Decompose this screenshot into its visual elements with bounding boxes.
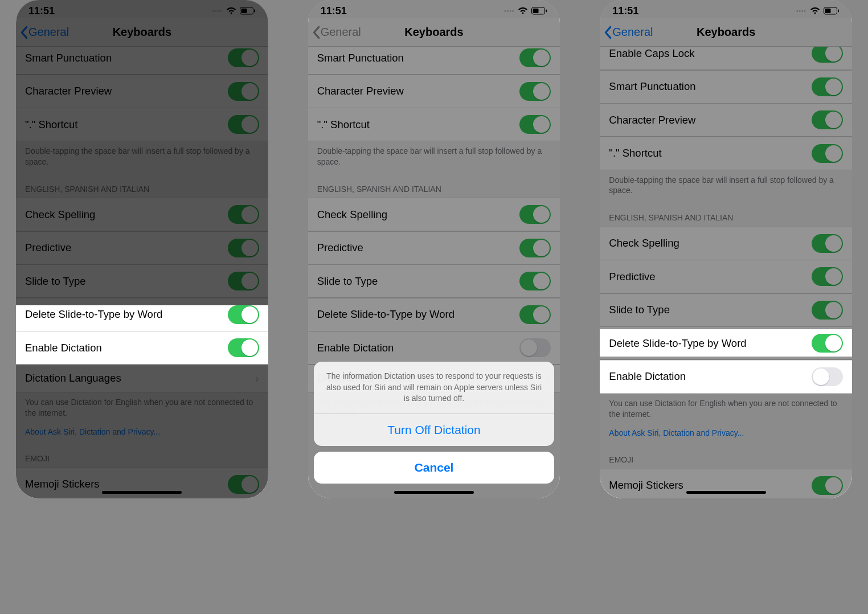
- svg-rect-1: [241, 9, 247, 13]
- privacy-link[interactable]: About Ask Siri, Dictation and Privacy...: [16, 427, 268, 445]
- settings-content[interactable]: Smart Punctuation Character Preview "." …: [16, 47, 268, 498]
- row-smart-punctuation: Smart Punctuation: [16, 47, 268, 75]
- toggle-period-shortcut[interactable]: [812, 144, 843, 163]
- row-check-spelling: Check Spelling: [600, 227, 852, 260]
- cellular-dots-icon: ••••: [504, 8, 514, 14]
- row-label: "." Shortcut: [25, 118, 77, 131]
- toggle-check-spelling[interactable]: [519, 205, 551, 224]
- back-button[interactable]: General: [16, 26, 69, 39]
- home-indicator[interactable]: [102, 491, 182, 494]
- nav-bar: General Keyboards: [16, 18, 268, 47]
- toggle-predictive[interactable]: [519, 239, 551, 257]
- row-label: Memoji Stickers: [609, 479, 683, 492]
- status-icons: ••••: [796, 7, 840, 15]
- nav-bar: General Keyboards: [308, 18, 560, 47]
- footer-shortcut: Double-tapping the space bar will insert…: [16, 141, 268, 175]
- row-predictive: Predictive: [16, 231, 268, 265]
- section-header-languages: ENGLISH, SPANISH AND ITALIAN: [16, 175, 268, 198]
- row-predictive: Predictive: [600, 260, 852, 293]
- status-icons: ••••: [504, 7, 547, 15]
- row-dictation-languages[interactable]: Dictation Languages ›: [16, 365, 268, 392]
- toggle-period-shortcut[interactable]: [228, 115, 259, 134]
- svg-rect-2: [254, 10, 255, 13]
- section-header-languages: ENGLISH, SPANISH AND ITALIAN: [308, 175, 560, 198]
- cancel-button[interactable]: Cancel: [314, 452, 555, 484]
- toggle-slide-to-type[interactable]: [228, 272, 259, 290]
- toggle-memoji-stickers[interactable]: [228, 475, 259, 494]
- section-header-emoji: EMOJI: [600, 446, 852, 469]
- row-label: Enable Dictation: [25, 342, 102, 354]
- toggle-character-preview[interactable]: [519, 82, 551, 101]
- row-label: Check Spelling: [25, 208, 95, 221]
- row-label: Delete Slide-to-Type by Word: [317, 308, 455, 321]
- cellular-dots-icon: ••••: [212, 8, 223, 14]
- toggle-predictive[interactable]: [228, 239, 259, 257]
- toggle-smart-punctuation[interactable]: [519, 48, 551, 67]
- row-label: Predictive: [317, 241, 363, 254]
- svg-rect-4: [533, 9, 539, 13]
- row-label: Smart Punctuation: [25, 52, 112, 64]
- row-slide-to-type: Slide to Type: [308, 264, 560, 298]
- toggle-enable-dictation[interactable]: [228, 338, 259, 357]
- row-enable-dictation: Enable Dictation: [16, 331, 268, 365]
- chevron-left-icon: [19, 26, 28, 39]
- toggle-enable-caps-lock[interactable]: [812, 47, 843, 63]
- privacy-link[interactable]: About Ask Siri, Dictation and Privacy...: [600, 428, 852, 447]
- row-label: Memoji Stickers: [25, 478, 100, 490]
- toggle-smart-punctuation[interactable]: [812, 77, 843, 96]
- toggle-memoji-stickers[interactable]: [812, 476, 843, 495]
- chevron-left-icon: [603, 26, 612, 39]
- phone-screenshot-3: 11:51 •••• General Keyboards Enable Caps…: [600, 0, 852, 498]
- back-button[interactable]: General: [600, 26, 653, 39]
- footer-dictation: You can use Dictation for English when y…: [16, 392, 268, 427]
- toggle-delete-slide-by-word[interactable]: [519, 305, 551, 324]
- row-label: Enable Caps Lock: [609, 47, 694, 60]
- row-label: Slide to Type: [25, 275, 86, 288]
- battery-icon: [531, 7, 547, 15]
- toggle-check-spelling[interactable]: [812, 234, 843, 253]
- toggle-character-preview[interactable]: [812, 110, 843, 129]
- toggle-enable-dictation[interactable]: [519, 338, 551, 357]
- toggle-slide-to-type[interactable]: [519, 272, 551, 290]
- row-delete-slide-by-word: Delete Slide-to-Type by Word: [308, 298, 560, 331]
- toggle-period-shortcut[interactable]: [519, 115, 551, 134]
- status-bar: 11:51 ••••: [16, 0, 268, 18]
- chevron-right-icon: ›: [255, 372, 259, 385]
- toggle-enable-dictation[interactable]: [812, 367, 843, 386]
- row-label: "." Shortcut: [317, 118, 370, 131]
- footer-shortcut: Double-tapping the space bar will insert…: [308, 141, 560, 175]
- settings-content[interactable]: Enable Caps Lock Smart Punctuation Chara…: [600, 47, 852, 498]
- action-sheet-message: The information Dictation uses to respon…: [314, 362, 555, 414]
- row-smart-punctuation: Smart Punctuation: [600, 70, 852, 104]
- row-label: Slide to Type: [317, 275, 378, 288]
- toggle-character-preview[interactable]: [228, 82, 259, 101]
- row-period-shortcut: "." Shortcut: [16, 108, 268, 141]
- row-character-preview: Character Preview: [600, 103, 852, 137]
- toggle-delete-slide-by-word[interactable]: [228, 305, 259, 324]
- action-sheet-body: The information Dictation uses to respon…: [314, 362, 555, 446]
- row-label: Smart Punctuation: [317, 52, 404, 64]
- back-label: General: [612, 26, 653, 39]
- turn-off-dictation-button[interactable]: Turn Off Dictation: [314, 414, 555, 446]
- row-label: Character Preview: [609, 114, 695, 126]
- svg-rect-7: [825, 9, 830, 13]
- svg-rect-5: [546, 10, 547, 13]
- section-header-languages: ENGLISH, SPANISH AND ITALIAN: [600, 204, 852, 227]
- row-label: Predictive: [609, 271, 655, 283]
- home-indicator[interactable]: [686, 491, 766, 494]
- toggle-delete-slide-by-word[interactable]: [812, 334, 843, 353]
- status-icons: ••••: [212, 7, 256, 15]
- row-label: Smart Punctuation: [609, 80, 695, 93]
- back-button[interactable]: General: [308, 26, 361, 39]
- toggle-smart-punctuation[interactable]: [228, 48, 259, 67]
- row-slide-to-type: Slide to Type: [16, 264, 268, 298]
- toggle-check-spelling[interactable]: [228, 205, 259, 224]
- row-label: Character Preview: [25, 85, 112, 97]
- row-check-spelling: Check Spelling: [16, 198, 268, 231]
- toggle-predictive[interactable]: [812, 267, 843, 286]
- footer-dictation: You can use Dictation for English when y…: [600, 394, 852, 428]
- toggle-slide-to-type[interactable]: [812, 301, 843, 320]
- nav-bar: General Keyboards: [600, 18, 852, 47]
- action-sheet: The information Dictation uses to respon…: [308, 362, 560, 498]
- wifi-icon: [810, 7, 820, 15]
